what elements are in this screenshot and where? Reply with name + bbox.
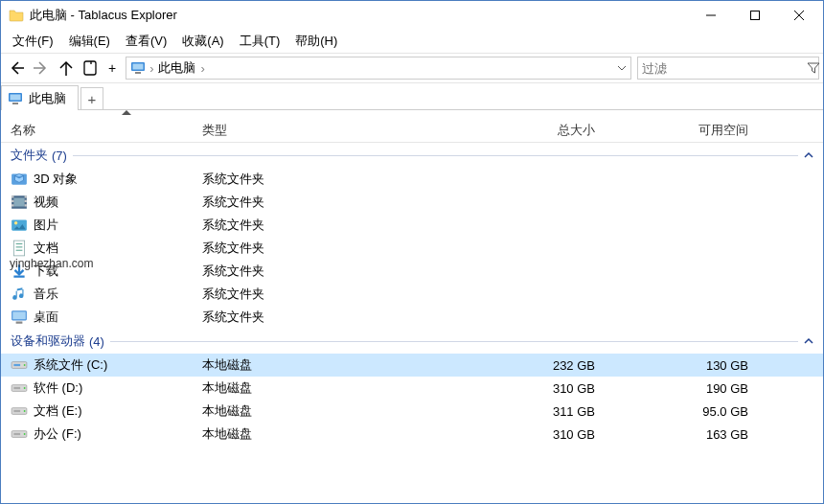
list-item[interactable]: 3D 对象系统文件夹 (1, 168, 823, 191)
add-location-button[interactable]: + (104, 60, 120, 76)
up-button[interactable] (55, 57, 78, 80)
item-free: 190 GB (624, 381, 777, 396)
list-item[interactable]: 视频系统文件夹 (1, 191, 823, 214)
col-name[interactable]: 名称 (11, 122, 202, 139)
item-type: 系统文件夹 (202, 171, 470, 188)
sort-indicator-icon (1, 110, 823, 118)
item-name: 图片 (34, 217, 202, 234)
item-size: 232 GB (470, 358, 624, 373)
item-free: 95.0 GB (624, 404, 777, 419)
group-header[interactable]: 设备和驱动器(4) (1, 329, 823, 354)
menu-item-4[interactable]: 工具(T) (232, 31, 288, 52)
window-title: 此电脑 - Tablacus Explorer (30, 7, 689, 24)
tab-label: 此电脑 (29, 90, 66, 107)
list-item[interactable]: 图片系统文件夹 (1, 214, 823, 237)
add-tab-button[interactable]: + (80, 87, 103, 110)
item-type: 本地磁盘 (202, 379, 470, 397)
maximize-button[interactable] (733, 1, 777, 30)
filter-icon[interactable] (807, 61, 820, 75)
menu-item-2[interactable]: 查看(V) (118, 31, 174, 52)
item-size: 311 GB (470, 404, 624, 419)
group-label: 设备和驱动器 (11, 332, 85, 350)
item-name: 视频 (34, 194, 202, 211)
menu-item-3[interactable]: 收藏(A) (174, 31, 231, 52)
col-free[interactable]: 可用空间 (624, 122, 777, 139)
tab-this-pc[interactable]: 此电脑 (1, 85, 79, 110)
svg-rect-1 (751, 11, 760, 20)
item-type: 系统文件夹 (202, 217, 470, 234)
menu-item-0[interactable]: 文件(F) (5, 31, 61, 52)
col-type[interactable]: 类型 (202, 122, 470, 139)
svg-rect-10 (135, 72, 141, 74)
list-item[interactable]: 文档 (E:)本地磁盘311 GB95.0 GB (1, 400, 823, 423)
app-folder-icon (9, 8, 24, 23)
forward-button[interactable] (30, 57, 53, 80)
item-type: 系统文件夹 (202, 194, 470, 211)
back-button[interactable] (5, 57, 28, 80)
video-icon (11, 194, 28, 211)
item-type: 系统文件夹 (202, 263, 470, 280)
item-type: 本地磁盘 (202, 425, 470, 443)
group-label: 文件夹 (11, 147, 48, 164)
menu-item-5[interactable]: 帮助(H) (287, 31, 345, 52)
item-name: 桌面 (34, 309, 202, 326)
group-count: (7) (52, 149, 67, 163)
col-size[interactable]: 总大小 (470, 122, 624, 139)
item-type: 系统文件夹 (202, 240, 470, 257)
item-type: 系统文件夹 (202, 309, 470, 326)
pc-icon (8, 91, 23, 106)
group-header[interactable]: 文件夹(7) (1, 143, 823, 168)
list-item[interactable]: 软件 (D:)本地磁盘310 GB190 GB (1, 377, 823, 400)
address-text[interactable]: 此电脑 (158, 59, 195, 77)
address-sep2[interactable]: › (201, 61, 205, 76)
item-free: 163 GB (624, 427, 777, 442)
group-count: (4) (89, 334, 104, 349)
docs-icon (11, 240, 28, 257)
address-dropdown-icon[interactable] (617, 63, 627, 73)
pictures-icon (11, 217, 28, 234)
list-item[interactable]: 办公 (F:)本地磁盘310 GB163 GB (1, 423, 823, 446)
chevron-up-icon[interactable] (804, 336, 813, 346)
item-name: 文档 (E:) (34, 402, 202, 420)
list-item[interactable]: 下载系统文件夹 (1, 260, 823, 283)
drive-icon (11, 379, 28, 397)
drive-icon (11, 425, 28, 443)
item-size: 310 GB (470, 427, 624, 442)
drive-sys-icon (11, 356, 28, 374)
item-type: 本地磁盘 (202, 356, 470, 374)
list-item[interactable]: 系统文件 (C:)本地磁盘232 GB130 GB (1, 354, 823, 377)
filter-box[interactable] (637, 57, 819, 80)
3d-icon (11, 171, 28, 188)
item-size: 310 GB (470, 381, 624, 396)
desktop-icon (11, 309, 28, 326)
address-bar[interactable]: › 此电脑 › (126, 57, 631, 80)
item-free: 130 GB (624, 358, 777, 373)
item-type: 本地磁盘 (202, 402, 470, 420)
drive-icon (11, 402, 28, 420)
list-item[interactable]: 音乐系统文件夹 (1, 283, 823, 306)
item-name: 音乐 (34, 286, 202, 303)
svg-rect-12 (11, 94, 21, 100)
svg-rect-7 (84, 61, 96, 75)
list-item[interactable]: 桌面系统文件夹 (1, 306, 823, 329)
svg-rect-9 (133, 64, 144, 70)
pc-icon (130, 60, 146, 76)
new-tab-icon[interactable] (80, 57, 103, 80)
item-name: 办公 (F:) (34, 425, 202, 443)
column-headers[interactable]: 名称 类型 总大小 可用空间 (1, 118, 823, 143)
menu-item-1[interactable]: 编辑(E) (61, 31, 118, 52)
music-icon (11, 286, 28, 303)
filter-input[interactable] (638, 61, 807, 76)
item-name: 软件 (D:) (34, 379, 202, 397)
svg-rect-13 (12, 103, 18, 104)
watermark-text: yinghezhan.com (10, 257, 93, 270)
item-name: 文档 (34, 240, 202, 257)
list-item[interactable]: 文档系统文件夹 (1, 237, 823, 260)
chevron-up-icon[interactable] (804, 150, 813, 160)
close-button[interactable] (777, 1, 821, 30)
item-name: 3D 对象 (34, 171, 202, 188)
menubar: 文件(F)编辑(E)查看(V)收藏(A)工具(T)帮助(H) (1, 30, 823, 53)
address-sep: › (149, 61, 153, 76)
item-name: 系统文件 (C:) (34, 356, 202, 374)
minimize-button[interactable] (689, 1, 733, 30)
